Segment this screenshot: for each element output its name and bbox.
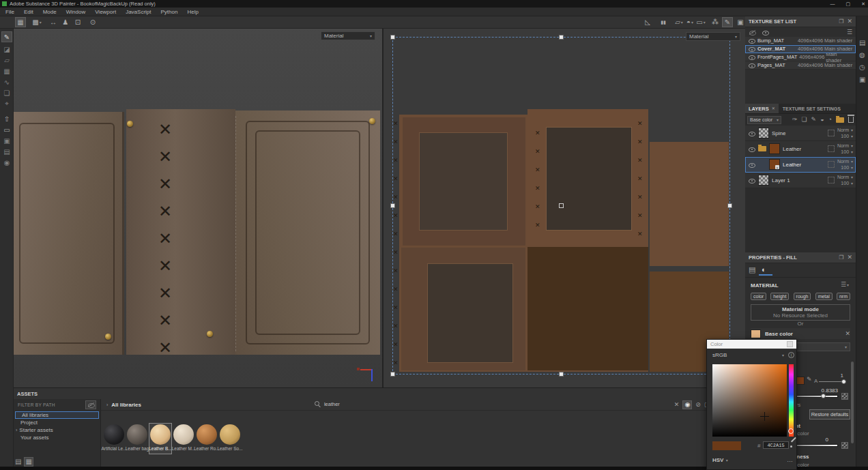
menu-mode[interactable]: Mode [43, 9, 57, 15]
texture-set-row[interactable]: Pages_MAT 4096x4096 Main shader [745, 61, 856, 70]
eyedropper-icon[interactable]: ✎ [807, 377, 812, 383]
asset-leather-ro[interactable]: Leather Ro... [195, 423, 218, 454]
texture-set-row[interactable]: FrontPages_MAT 4096x4096 Main shader [745, 53, 856, 61]
texture-set-row[interactable]: Bump_MAT 4096x4096 Main shader [745, 37, 856, 45]
layer-blend-opacity[interactable]: Norm ▾ 100 ▾ [837, 127, 853, 140]
eraser-tool-icon[interactable]: ◪ [1, 44, 12, 55]
menu-edit[interactable]: Edit [24, 9, 33, 15]
material-picker-tool-icon[interactable]: ⌖ [1, 98, 12, 109]
restore-defaults-button[interactable]: Restore defaults [809, 409, 850, 420]
add-effect-icon[interactable]: ◔ [828, 117, 832, 123]
group-folder-icon[interactable] [758, 146, 766, 151]
layer-row-leather-selected[interactable]: ◒ Leather Norm ▾ 100 ▾ [745, 157, 856, 173]
add-smart-material-icon[interactable]: ❏ [802, 117, 807, 123]
perspective-toggle-icon[interactable]: ◺ [642, 17, 653, 27]
hide-all-icon[interactable] [749, 29, 756, 35]
clone-tool-icon[interactable]: ❏ [1, 87, 12, 98]
list-view-icon[interactable]: ▤ [15, 458, 21, 465]
brush-tool-icon[interactable]: ✎ [722, 17, 733, 27]
layer-mask-placeholder[interactable] [828, 145, 835, 152]
close-panel-icon[interactable]: ✕ [847, 254, 852, 261]
shading-mode-dropdown-2d[interactable]: Material▾ [686, 32, 740, 41]
export-icon[interactable]: ⇧ [1, 113, 12, 124]
more-options-icon[interactable]: … [787, 457, 793, 463]
channel-height[interactable]: height [770, 293, 789, 300]
viewport-3d[interactable]: ✕✕✕✕✕✕✕✕✕ Material▾ [14, 29, 382, 387]
eye-icon[interactable] [748, 162, 755, 168]
close-tab-icon[interactable]: ✕ [772, 106, 775, 111]
sphere-icon[interactable]: ◉ [1, 157, 12, 168]
channel-metal[interactable]: metal [815, 293, 833, 300]
folder-project[interactable]: Project [14, 419, 100, 426]
eye-icon[interactable] [748, 146, 755, 152]
asset-artificial-leather[interactable]: Artificial Le... [102, 423, 126, 454]
breadcrumb-expand-icon[interactable]: › [106, 402, 108, 407]
camera-mode-icon[interactable]: ▭▾ [695, 17, 706, 27]
asset-leather-bag[interactable]: Leather bag [126, 423, 149, 454]
handle-e[interactable] [727, 203, 732, 208]
minimize-button[interactable]: — [830, 1, 835, 6]
texture-slot-icon[interactable] [841, 393, 848, 400]
breadcrumb[interactable]: All libraries [111, 402, 141, 408]
texture-slot-icon[interactable] [841, 442, 848, 449]
tab-texture-set-settings[interactable]: TEXTURE SET SETTINGS [783, 106, 841, 111]
menu-viewport[interactable]: Viewport [95, 9, 116, 15]
snap-grid-icon[interactable]: ▦ [15, 17, 26, 27]
filter-materials-icon[interactable]: ◉ [682, 400, 692, 409]
layer-row-leather-group[interactable]: Leather Norm ▾ 100 ▾ [745, 141, 856, 157]
menu-file[interactable]: File [5, 9, 14, 15]
focus-target-icon[interactable]: ⊙ [87, 17, 98, 27]
close-panel-icon[interactable]: ✕ [847, 18, 852, 25]
colorspace-dropdown[interactable]: sRGB [712, 352, 727, 358]
asset-leather-b-selected[interactable]: Leather B... [149, 423, 172, 454]
channel-color[interactable]: color [751, 293, 766, 300]
pause-engine-icon[interactable]: ▮▮ [658, 17, 669, 27]
shader-settings-icon[interactable]: ◍ [859, 52, 865, 59]
folder-all-libraries[interactable]: All libraries [15, 411, 99, 419]
pose-symmetry-icon[interactable]: ♟ [60, 17, 71, 27]
layer-row-layer1[interactable]: Layer 1 Norm ▾ 100 ▾ [745, 173, 856, 188]
hue-slider-knob[interactable] [788, 428, 794, 434]
eye-icon[interactable] [748, 177, 755, 183]
projection-tool-icon[interactable]: ▱ [1, 55, 12, 65]
filter-smart-materials-icon[interactable]: ⊘ [695, 402, 701, 408]
layer-mask-placeholder[interactable] [828, 130, 835, 136]
handle-s[interactable] [559, 372, 564, 377]
layer-row-spine[interactable]: Spine Norm ▾ 100 ▾ [745, 126, 856, 141]
layer-mask-placeholder[interactable] [828, 161, 835, 168]
mirror-symmetry-icon[interactable]: ↔ [48, 17, 59, 27]
gizmo-y-axis[interactable] [371, 369, 373, 381]
layer-mask-placeholder[interactable] [828, 177, 835, 183]
alpha-slider-track[interactable] [819, 381, 843, 382]
alpha-slider-knob[interactable] [841, 379, 846, 384]
add-paint-layer-icon[interactable]: ✎ [811, 117, 817, 123]
screenshot-icon[interactable]: ▣ [735, 17, 746, 27]
base-color-swatch[interactable] [751, 329, 761, 338]
material-options-icon[interactable]: ☰▾ [841, 282, 849, 288]
handle-nw[interactable] [390, 35, 395, 40]
menu-window[interactable]: Window [66, 9, 85, 15]
info-icon[interactable]: i [788, 352, 794, 358]
folder-starter-assets[interactable]: › Starter assets [14, 426, 100, 434]
asset-leather-m[interactable]: Leather M... [172, 423, 195, 454]
layer-blend-opacity[interactable]: Norm ▾ 100 ▾ [837, 143, 853, 156]
hue-slider[interactable] [789, 364, 794, 437]
handle-n[interactable] [559, 35, 564, 40]
eye-icon[interactable] [748, 62, 755, 68]
color-dialog-titlebar[interactable]: Color [707, 340, 796, 349]
close-button[interactable]: ✕ [861, 1, 865, 7]
color-eyedropper-icon[interactable] [790, 441, 796, 450]
float-panel-icon[interactable]: ❐ [839, 255, 843, 261]
add-group-icon[interactable] [836, 117, 844, 123]
gizmo-anchor[interactable] [357, 368, 360, 370]
eye-icon[interactable] [748, 38, 755, 44]
show-all-icon[interactable] [762, 29, 769, 35]
lazy-grid-icon[interactable]: ▩▾ [31, 17, 42, 27]
selection-pivot[interactable] [559, 203, 564, 208]
layer-thumbnail[interactable] [758, 175, 769, 186]
roller-icon[interactable]: ▭ [1, 124, 12, 135]
grid-view-icon[interactable]: ▦ [24, 457, 33, 467]
toggle-path-filter-button[interactable] [85, 400, 96, 409]
clear-base-color-icon[interactable]: ✕ [845, 331, 850, 337]
delete-layer-icon[interactable] [848, 117, 854, 123]
